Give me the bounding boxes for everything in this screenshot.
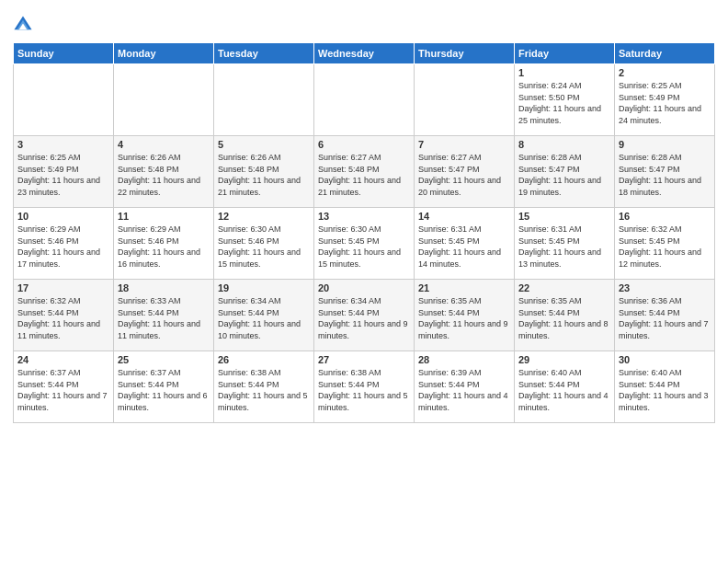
calendar-cell: 17Sunrise: 6:32 AM Sunset: 5:44 PM Dayli… [14, 280, 114, 351]
cell-info: Sunrise: 6:38 AM Sunset: 5:44 PM Dayligh… [218, 367, 310, 413]
header-cell-thursday: Thursday [415, 43, 515, 64]
cell-info: Sunrise: 6:30 AM Sunset: 5:45 PM Dayligh… [318, 224, 410, 270]
calendar-cell: 19Sunrise: 6:34 AM Sunset: 5:44 PM Dayli… [214, 280, 314, 351]
calendar-cell: 7Sunrise: 6:27 AM Sunset: 5:47 PM Daylig… [415, 136, 515, 208]
cell-info: Sunrise: 6:35 AM Sunset: 5:44 PM Dayligh… [518, 295, 610, 341]
day-number: 10 [17, 211, 109, 222]
calendar-cell: 30Sunrise: 6:40 AM Sunset: 5:44 PM Dayli… [615, 351, 715, 423]
calendar-cell [114, 64, 214, 136]
week-row-4: 17Sunrise: 6:32 AM Sunset: 5:44 PM Dayli… [14, 280, 715, 351]
calendar-cell: 4Sunrise: 6:26 AM Sunset: 5:48 PM Daylig… [114, 136, 214, 208]
cell-info: Sunrise: 6:38 AM Sunset: 5:44 PM Dayligh… [318, 367, 410, 413]
cell-info: Sunrise: 6:27 AM Sunset: 5:48 PM Dayligh… [318, 152, 410, 198]
header-row: SundayMondayTuesdayWednesdayThursdayFrid… [14, 43, 715, 64]
cell-info: Sunrise: 6:25 AM Sunset: 5:49 PM Dayligh… [17, 152, 109, 198]
day-number: 30 [619, 354, 711, 365]
page: SundayMondayTuesdayWednesdayThursdayFrid… [0, 0, 728, 563]
day-number: 26 [218, 354, 310, 365]
day-number: 5 [218, 139, 310, 150]
cell-info: Sunrise: 6:30 AM Sunset: 5:46 PM Dayligh… [218, 224, 310, 270]
day-number: 16 [619, 211, 711, 222]
calendar-cell: 11Sunrise: 6:29 AM Sunset: 5:46 PM Dayli… [114, 208, 214, 280]
day-number: 13 [318, 211, 410, 222]
cell-info: Sunrise: 6:25 AM Sunset: 5:49 PM Dayligh… [619, 80, 711, 126]
cell-info: Sunrise: 6:40 AM Sunset: 5:44 PM Dayligh… [518, 367, 610, 413]
week-row-3: 10Sunrise: 6:29 AM Sunset: 5:46 PM Dayli… [14, 208, 715, 280]
calendar-cell: 1Sunrise: 6:24 AM Sunset: 5:50 PM Daylig… [515, 64, 615, 136]
header-cell-wednesday: Wednesday [314, 43, 415, 64]
cell-info: Sunrise: 6:31 AM Sunset: 5:45 PM Dayligh… [518, 224, 610, 270]
cell-info: Sunrise: 6:34 AM Sunset: 5:44 PM Dayligh… [318, 295, 410, 341]
calendar-cell: 25Sunrise: 6:37 AM Sunset: 5:44 PM Dayli… [114, 351, 214, 423]
calendar-cell: 5Sunrise: 6:26 AM Sunset: 5:48 PM Daylig… [214, 136, 314, 208]
cell-info: Sunrise: 6:40 AM Sunset: 5:44 PM Dayligh… [619, 367, 711, 413]
calendar-cell: 26Sunrise: 6:38 AM Sunset: 5:44 PM Dayli… [214, 351, 314, 423]
cell-info: Sunrise: 6:24 AM Sunset: 5:50 PM Dayligh… [518, 80, 610, 126]
calendar-cell: 23Sunrise: 6:36 AM Sunset: 5:44 PM Dayli… [615, 280, 715, 351]
day-number: 27 [318, 354, 410, 365]
calendar-cell: 3Sunrise: 6:25 AM Sunset: 5:49 PM Daylig… [14, 136, 114, 208]
cell-info: Sunrise: 6:34 AM Sunset: 5:44 PM Dayligh… [218, 295, 310, 341]
day-number: 3 [17, 139, 109, 150]
calendar-cell: 18Sunrise: 6:33 AM Sunset: 5:44 PM Dayli… [114, 280, 214, 351]
calendar-cell: 22Sunrise: 6:35 AM Sunset: 5:44 PM Dayli… [515, 280, 615, 351]
day-number: 14 [418, 211, 510, 222]
header-cell-tuesday: Tuesday [214, 43, 314, 64]
day-number: 7 [418, 139, 510, 150]
calendar-cell: 15Sunrise: 6:31 AM Sunset: 5:45 PM Dayli… [515, 208, 615, 280]
day-number: 21 [418, 282, 510, 293]
calendar-cell: 6Sunrise: 6:27 AM Sunset: 5:48 PM Daylig… [314, 136, 415, 208]
header [13, 9, 715, 35]
day-number: 29 [518, 354, 610, 365]
cell-info: Sunrise: 6:35 AM Sunset: 5:44 PM Dayligh… [418, 295, 510, 341]
cell-info: Sunrise: 6:33 AM Sunset: 5:44 PM Dayligh… [118, 295, 210, 341]
day-number: 8 [518, 139, 610, 150]
calendar-cell: 16Sunrise: 6:32 AM Sunset: 5:45 PM Dayli… [615, 208, 715, 280]
calendar-cell: 10Sunrise: 6:29 AM Sunset: 5:46 PM Dayli… [14, 208, 114, 280]
calendar-cell: 20Sunrise: 6:34 AM Sunset: 5:44 PM Dayli… [314, 280, 415, 351]
day-number: 22 [518, 282, 610, 293]
day-number: 4 [118, 139, 210, 150]
cell-info: Sunrise: 6:28 AM Sunset: 5:47 PM Dayligh… [518, 152, 610, 198]
calendar-cell: 14Sunrise: 6:31 AM Sunset: 5:45 PM Dayli… [415, 208, 515, 280]
logo [13, 15, 35, 35]
calendar-cell: 9Sunrise: 6:28 AM Sunset: 5:47 PM Daylig… [615, 136, 715, 208]
day-number: 15 [518, 211, 610, 222]
cell-info: Sunrise: 6:28 AM Sunset: 5:47 PM Dayligh… [619, 152, 711, 198]
day-number: 20 [318, 282, 410, 293]
day-number: 25 [118, 354, 210, 365]
day-number: 28 [418, 354, 510, 365]
header-cell-saturday: Saturday [615, 43, 715, 64]
calendar-cell [14, 64, 114, 136]
calendar-cell: 2Sunrise: 6:25 AM Sunset: 5:49 PM Daylig… [615, 64, 715, 136]
header-cell-monday: Monday [114, 43, 214, 64]
calendar-cell: 8Sunrise: 6:28 AM Sunset: 5:47 PM Daylig… [515, 136, 615, 208]
cell-info: Sunrise: 6:29 AM Sunset: 5:46 PM Dayligh… [17, 224, 109, 270]
calendar-cell [314, 64, 415, 136]
header-cell-sunday: Sunday [14, 43, 114, 64]
day-number: 6 [318, 139, 410, 150]
cell-info: Sunrise: 6:27 AM Sunset: 5:47 PM Dayligh… [418, 152, 510, 198]
day-number: 2 [619, 67, 711, 78]
cell-info: Sunrise: 6:31 AM Sunset: 5:45 PM Dayligh… [418, 224, 510, 270]
calendar-cell: 13Sunrise: 6:30 AM Sunset: 5:45 PM Dayli… [314, 208, 415, 280]
week-row-1: 1Sunrise: 6:24 AM Sunset: 5:50 PM Daylig… [14, 64, 715, 136]
day-number: 17 [17, 282, 109, 293]
day-number: 1 [518, 67, 610, 78]
calendar-cell [214, 64, 314, 136]
cell-info: Sunrise: 6:32 AM Sunset: 5:44 PM Dayligh… [17, 295, 109, 341]
cell-info: Sunrise: 6:39 AM Sunset: 5:44 PM Dayligh… [418, 367, 510, 413]
cell-info: Sunrise: 6:37 AM Sunset: 5:44 PM Dayligh… [17, 367, 109, 413]
header-cell-friday: Friday [515, 43, 615, 64]
week-row-5: 24Sunrise: 6:37 AM Sunset: 5:44 PM Dayli… [14, 351, 715, 423]
calendar-table: SundayMondayTuesdayWednesdayThursdayFrid… [13, 42, 715, 423]
cell-info: Sunrise: 6:26 AM Sunset: 5:48 PM Dayligh… [118, 152, 210, 198]
calendar-cell: 24Sunrise: 6:37 AM Sunset: 5:44 PM Dayli… [14, 351, 114, 423]
logo-icon [13, 15, 33, 35]
calendar-cell: 28Sunrise: 6:39 AM Sunset: 5:44 PM Dayli… [415, 351, 515, 423]
day-number: 24 [17, 354, 109, 365]
cell-info: Sunrise: 6:36 AM Sunset: 5:44 PM Dayligh… [619, 295, 711, 341]
day-number: 19 [218, 282, 310, 293]
calendar-cell: 21Sunrise: 6:35 AM Sunset: 5:44 PM Dayli… [415, 280, 515, 351]
calendar-cell: 29Sunrise: 6:40 AM Sunset: 5:44 PM Dayli… [515, 351, 615, 423]
